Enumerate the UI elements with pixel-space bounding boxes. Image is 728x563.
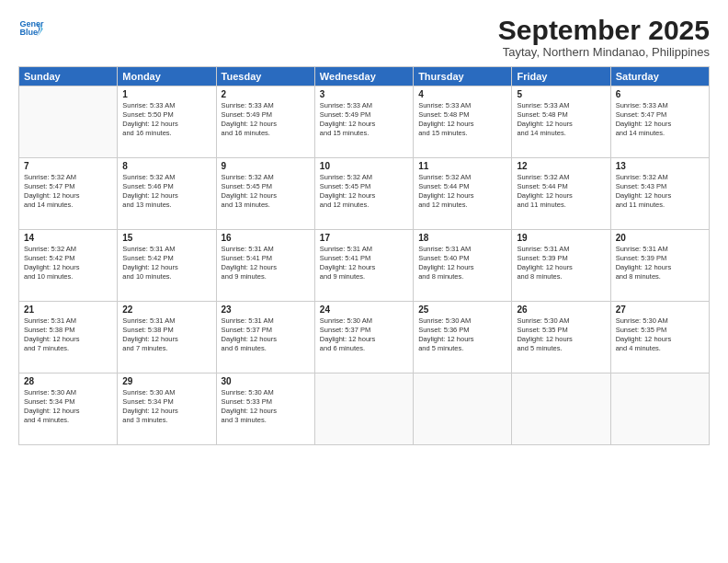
col-saturday: Saturday: [610, 67, 709, 86]
calendar-cell: 3Sunrise: 5:33 AM Sunset: 5:49 PM Daylig…: [314, 86, 413, 158]
day-number: 16: [222, 233, 310, 243]
weekday-header-row: Sunday Monday Tuesday Wednesday Thursday…: [19, 67, 710, 86]
day-number: 14: [24, 233, 112, 243]
calendar-cell: 22Sunrise: 5:31 AM Sunset: 5:38 PM Dayli…: [118, 302, 216, 373]
cell-info: Sunrise: 5:33 AM Sunset: 5:49 PM Dayligh…: [320, 101, 408, 139]
cell-info: Sunrise: 5:30 AM Sunset: 5:35 PM Dayligh…: [517, 316, 605, 354]
calendar-cell: 29Sunrise: 5:30 AM Sunset: 5:34 PM Dayli…: [118, 373, 216, 445]
cell-info: Sunrise: 5:31 AM Sunset: 5:39 PM Dayligh…: [616, 245, 704, 282]
calendar-cell: 28Sunrise: 5:30 AM Sunset: 5:34 PM Dayli…: [19, 373, 118, 445]
cell-info: Sunrise: 5:31 AM Sunset: 5:41 PM Dayligh…: [320, 245, 408, 282]
calendar-cell: [610, 373, 709, 445]
calendar-week-row: 7Sunrise: 5:32 AM Sunset: 5:47 PM Daylig…: [19, 158, 710, 230]
calendar-cell: 23Sunrise: 5:31 AM Sunset: 5:37 PM Dayli…: [216, 302, 314, 373]
calendar-cell: [414, 373, 512, 445]
cell-info: Sunrise: 5:31 AM Sunset: 5:38 PM Dayligh…: [24, 316, 112, 354]
day-number: 18: [418, 233, 506, 243]
cell-info: Sunrise: 5:31 AM Sunset: 5:38 PM Dayligh…: [122, 316, 210, 354]
calendar-table: Sunday Monday Tuesday Wednesday Thursday…: [18, 66, 710, 445]
svg-text:Blue: Blue: [19, 28, 38, 37]
calendar-cell: 20Sunrise: 5:31 AM Sunset: 5:39 PM Dayli…: [610, 230, 709, 302]
calendar-cell: 2Sunrise: 5:33 AM Sunset: 5:49 PM Daylig…: [216, 86, 314, 158]
col-monday: Monday: [118, 67, 216, 86]
month-title: September 2025: [498, 15, 710, 45]
cell-info: Sunrise: 5:30 AM Sunset: 5:35 PM Dayligh…: [616, 316, 704, 354]
col-tuesday: Tuesday: [216, 67, 314, 86]
location-subtitle: Taytay, Northern Mindanao, Philippines: [498, 45, 710, 59]
calendar-cell: 17Sunrise: 5:31 AM Sunset: 5:41 PM Dayli…: [314, 230, 413, 302]
day-number: 19: [517, 233, 605, 243]
logo-icon: General Blue: [18, 15, 44, 40]
cell-info: Sunrise: 5:32 AM Sunset: 5:47 PM Dayligh…: [24, 173, 112, 211]
day-number: 9: [222, 161, 310, 171]
cell-info: Sunrise: 5:32 AM Sunset: 5:42 PM Dayligh…: [24, 245, 112, 282]
cell-info: Sunrise: 5:31 AM Sunset: 5:39 PM Dayligh…: [517, 245, 605, 282]
cell-info: Sunrise: 5:31 AM Sunset: 5:42 PM Dayligh…: [122, 245, 210, 282]
svg-text:General: General: [19, 19, 44, 29]
calendar-week-row: 28Sunrise: 5:30 AM Sunset: 5:34 PM Dayli…: [19, 373, 710, 445]
cell-info: Sunrise: 5:30 AM Sunset: 5:34 PM Dayligh…: [24, 388, 112, 426]
day-number: 28: [24, 376, 112, 386]
calendar-cell: 27Sunrise: 5:30 AM Sunset: 5:35 PM Dayli…: [610, 302, 709, 373]
calendar-cell: 9Sunrise: 5:32 AM Sunset: 5:45 PM Daylig…: [216, 158, 314, 230]
cell-info: Sunrise: 5:30 AM Sunset: 5:33 PM Dayligh…: [222, 388, 310, 426]
cell-info: Sunrise: 5:31 AM Sunset: 5:40 PM Dayligh…: [418, 245, 506, 282]
calendar-week-row: 14Sunrise: 5:32 AM Sunset: 5:42 PM Dayli…: [19, 230, 710, 302]
calendar-cell: 7Sunrise: 5:32 AM Sunset: 5:47 PM Daylig…: [19, 158, 118, 230]
cell-info: Sunrise: 5:30 AM Sunset: 5:36 PM Dayligh…: [418, 316, 506, 354]
calendar-cell: 4Sunrise: 5:33 AM Sunset: 5:48 PM Daylig…: [414, 86, 512, 158]
day-number: 20: [616, 233, 704, 243]
day-number: 5: [517, 89, 605, 99]
day-number: 24: [320, 304, 408, 315]
calendar-cell: 21Sunrise: 5:31 AM Sunset: 5:38 PM Dayli…: [19, 302, 118, 373]
calendar-cell: [512, 373, 610, 445]
calendar-cell: 25Sunrise: 5:30 AM Sunset: 5:36 PM Dayli…: [414, 302, 512, 373]
calendar-cell: 16Sunrise: 5:31 AM Sunset: 5:41 PM Dayli…: [216, 230, 314, 302]
day-number: 6: [616, 89, 704, 99]
cell-info: Sunrise: 5:33 AM Sunset: 5:49 PM Dayligh…: [222, 101, 310, 139]
calendar-cell: 15Sunrise: 5:31 AM Sunset: 5:42 PM Dayli…: [118, 230, 216, 302]
day-number: 7: [24, 161, 112, 171]
day-number: 12: [517, 161, 605, 171]
calendar-week-row: 1Sunrise: 5:33 AM Sunset: 5:50 PM Daylig…: [19, 86, 710, 158]
day-number: 15: [122, 233, 210, 243]
col-thursday: Thursday: [414, 67, 512, 86]
col-wednesday: Wednesday: [314, 67, 413, 86]
calendar-cell: 11Sunrise: 5:32 AM Sunset: 5:44 PM Dayli…: [414, 158, 512, 230]
calendar-cell: 13Sunrise: 5:32 AM Sunset: 5:43 PM Dayli…: [610, 158, 709, 230]
calendar-cell: 14Sunrise: 5:32 AM Sunset: 5:42 PM Dayli…: [19, 230, 118, 302]
col-sunday: Sunday: [19, 67, 118, 86]
calendar-cell: 12Sunrise: 5:32 AM Sunset: 5:44 PM Dayli…: [512, 158, 610, 230]
day-number: 23: [222, 304, 310, 315]
day-number: 8: [122, 161, 210, 171]
cell-info: Sunrise: 5:33 AM Sunset: 5:48 PM Dayligh…: [517, 101, 605, 139]
calendar-cell: 18Sunrise: 5:31 AM Sunset: 5:40 PM Dayli…: [414, 230, 512, 302]
col-friday: Friday: [512, 67, 610, 86]
cell-info: Sunrise: 5:32 AM Sunset: 5:44 PM Dayligh…: [517, 173, 605, 211]
cell-info: Sunrise: 5:32 AM Sunset: 5:43 PM Dayligh…: [616, 173, 704, 211]
calendar-cell: [314, 373, 413, 445]
day-number: 22: [122, 304, 210, 315]
day-number: 2: [222, 89, 310, 99]
cell-info: Sunrise: 5:32 AM Sunset: 5:46 PM Dayligh…: [122, 173, 210, 211]
day-number: 10: [320, 161, 408, 171]
calendar-cell: 19Sunrise: 5:31 AM Sunset: 5:39 PM Dayli…: [512, 230, 610, 302]
cell-info: Sunrise: 5:33 AM Sunset: 5:50 PM Dayligh…: [122, 101, 210, 139]
cell-info: Sunrise: 5:32 AM Sunset: 5:45 PM Dayligh…: [222, 173, 310, 211]
logo: General Blue: [18, 15, 44, 40]
title-block: September 2025 Taytay, Northern Mindanao…: [498, 15, 710, 59]
day-number: 13: [616, 161, 704, 171]
day-number: 3: [320, 89, 408, 99]
cell-info: Sunrise: 5:30 AM Sunset: 5:34 PM Dayligh…: [122, 388, 210, 426]
cell-info: Sunrise: 5:31 AM Sunset: 5:41 PM Dayligh…: [222, 245, 310, 282]
calendar-cell: 10Sunrise: 5:32 AM Sunset: 5:45 PM Dayli…: [314, 158, 413, 230]
page-header: General Blue September 2025 Taytay, Nort…: [18, 15, 710, 59]
calendar-cell: 24Sunrise: 5:30 AM Sunset: 5:37 PM Dayli…: [314, 302, 413, 373]
cell-info: Sunrise: 5:32 AM Sunset: 5:45 PM Dayligh…: [320, 173, 408, 211]
day-number: 30: [222, 376, 310, 386]
day-number: 17: [320, 233, 408, 243]
cell-info: Sunrise: 5:33 AM Sunset: 5:47 PM Dayligh…: [616, 101, 704, 139]
day-number: 1: [122, 89, 210, 99]
day-number: 27: [616, 304, 704, 315]
calendar-cell: 26Sunrise: 5:30 AM Sunset: 5:35 PM Dayli…: [512, 302, 610, 373]
